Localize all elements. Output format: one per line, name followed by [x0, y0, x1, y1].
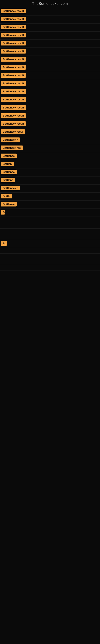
- bottleneck-result-badge[interactable]: Bottleneck result: [1, 49, 26, 54]
- bottleneck-result-badge[interactable]: Bottlen: [1, 162, 14, 166]
- site-title: TheBottlenecker.com: [0, 0, 100, 8]
- rows-container: Bottleneck resultBottleneck resultBottle…: [0, 8, 100, 270]
- bottleneck-result-badge[interactable]: Bottlene: [1, 178, 15, 182]
- bottleneck-result-badge[interactable]: Bottleneck result: [1, 121, 26, 126]
- list-item: [0, 254, 100, 259]
- bottleneck-result-badge[interactable]: Bo: [1, 241, 7, 246]
- list-item: Bottleneck result: [0, 96, 100, 104]
- bottleneck-result-badge[interactable]: Bottleneck res: [1, 146, 23, 150]
- bottleneck-result-badge[interactable]: Bottleneck result: [1, 113, 26, 118]
- list-item: Bottleneck result: [0, 104, 100, 112]
- list-item: [0, 223, 100, 228]
- bottleneck-result-badge[interactable]: Bottleneck resul: [1, 130, 25, 134]
- bottleneck-result-badge[interactable]: Bottleneck r: [1, 186, 20, 190]
- bottleneck-result-badge[interactable]: Bottleneck result: [1, 65, 26, 70]
- list-item: Bottlenec: [0, 168, 100, 176]
- list-item: Bottleneck r: [0, 136, 100, 144]
- bottleneck-result-badge[interactable]: Bottleneck result: [1, 97, 26, 102]
- bottleneck-result-badge[interactable]: Bottleneck result: [1, 73, 26, 78]
- list-item: Bottleneck result: [0, 16, 100, 24]
- list-item: Bo: [0, 240, 100, 248]
- list-item: Bottlenec: [0, 201, 100, 209]
- list-item: Bottleneck result: [0, 48, 100, 56]
- bottleneck-result-badge[interactable]: Bottleneck result: [1, 17, 26, 21]
- list-item: Bottleneck result: [0, 56, 100, 64]
- list-item: Bottlen: [0, 160, 100, 168]
- bottleneck-result-badge[interactable]: Bottleneck result: [1, 81, 26, 86]
- list-item: Bottleneck result: [0, 32, 100, 40]
- bottleneck-result-badge[interactable]: Bottleneck result: [1, 105, 26, 110]
- bottleneck-result-badge[interactable]: Bottlenec: [1, 154, 17, 158]
- list-item: Bottleneck result: [0, 24, 100, 32]
- bottleneck-result-badge[interactable]: Bottleneck r: [1, 138, 20, 142]
- list-item: [0, 248, 100, 254]
- list-item: B: [0, 209, 100, 217]
- list-item: Bottleneck result: [0, 120, 100, 128]
- list-item: Bottlenec: [0, 152, 100, 160]
- list-item: [0, 228, 100, 234]
- bottleneck-result-badge[interactable]: Bottleneck result: [1, 41, 26, 46]
- bottleneck-result-badge[interactable]: Bottleneck result: [1, 9, 26, 13]
- list-item: Bottleneck result: [0, 72, 100, 80]
- list-item: Bottleneck result: [0, 64, 100, 72]
- bottleneck-result-badge[interactable]: Bottlenec: [1, 202, 17, 206]
- list-item: Bottlene: [0, 176, 100, 184]
- list-item: Bottleneck result: [0, 88, 100, 96]
- bottleneck-result-badge[interactable]: Bottleneck result: [1, 25, 26, 30]
- list-item: Bottleneck result: [0, 112, 100, 120]
- bottleneck-result-badge[interactable]: Bottleneck result: [1, 89, 26, 94]
- list-item: [0, 234, 100, 240]
- bottleneck-result-badge[interactable]: Bottleneck result: [1, 57, 26, 62]
- list-item: |: [0, 217, 100, 223]
- bottleneck-result-badge[interactable]: Bottlenec: [1, 170, 17, 174]
- list-item: Bottleneck resul: [0, 128, 100, 136]
- list-item: Bottleneck r: [0, 184, 100, 192]
- list-item: [0, 265, 100, 270]
- site-header: TheBottlenecker.com: [0, 0, 100, 8]
- list-item: Bottleneck result: [0, 40, 100, 48]
- list-item: Bottleneck result: [0, 8, 100, 16]
- bottleneck-result-badge[interactable]: Bottle: [1, 194, 12, 198]
- bottleneck-result-badge[interactable]: B: [1, 210, 5, 214]
- bottleneck-result-badge[interactable]: Bottleneck result: [1, 33, 26, 38]
- list-item: Bottleneck res: [0, 144, 100, 152]
- cursor-indicator: |: [1, 218, 1, 222]
- list-item: [0, 259, 100, 265]
- list-item: Bottleneck result: [0, 80, 100, 88]
- list-item: Bottle: [0, 192, 100, 201]
